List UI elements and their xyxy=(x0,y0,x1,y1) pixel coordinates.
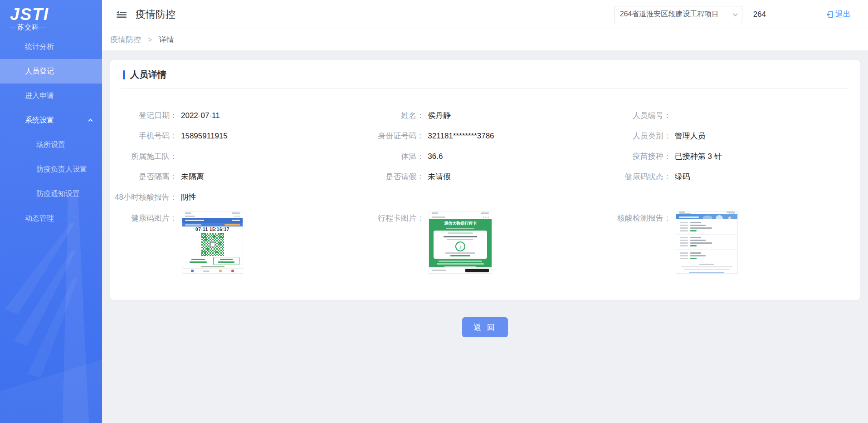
qr-code xyxy=(201,233,224,256)
card-header: 人员详情 xyxy=(110,60,860,88)
logout-button[interactable]: 退出 xyxy=(826,9,851,20)
field-vaccination: 疫苗接种： 已接种第 3 针 xyxy=(604,146,851,167)
sidebar-item-epidemic-notice-settings[interactable]: 防疫通知设置 xyxy=(0,182,102,206)
project-select[interactable]: 264省道淮安区段建设工程项目 xyxy=(614,6,742,23)
field-phone: 手机号码： 15895911915 xyxy=(110,126,357,146)
field-value: 绿码 xyxy=(675,172,690,182)
field-name: 姓名： 侯丹静 xyxy=(357,105,604,126)
sidebar-item-dynamic-management[interactable]: 动态管理 xyxy=(0,206,102,231)
travel-card-panel: ↑ xyxy=(434,231,487,259)
back-button[interactable]: 返 回 xyxy=(462,317,508,337)
sidebar-item-system-settings[interactable]: 系统设置 xyxy=(0,108,102,133)
sidebar-item-label: 进入申请 xyxy=(25,92,54,99)
travel-card-bottom-bar xyxy=(429,267,492,273)
brand-logo: JSTI —苏交科— xyxy=(0,0,102,32)
field-label: 姓名： xyxy=(357,110,424,121)
phone-nav-bar xyxy=(429,215,492,219)
logout-icon xyxy=(826,10,834,19)
report-section xyxy=(676,219,737,234)
brand-logo-subtitle: —苏交科— xyxy=(10,23,102,32)
field-construction-team: 所属施工队： xyxy=(110,146,357,167)
field-value: 36.6 xyxy=(428,152,443,161)
report-section xyxy=(676,250,737,262)
report-footnote xyxy=(676,262,737,273)
report-section xyxy=(676,234,737,249)
card-title: 人员详情 xyxy=(130,69,166,81)
travel-card-subtitle xyxy=(446,228,474,229)
nucleic-report-image[interactable] xyxy=(676,211,738,274)
sidebar-item-label: 系统设置 xyxy=(25,116,54,124)
field-label: 健康码图片： xyxy=(110,211,177,223)
phone-status-bar xyxy=(429,212,492,215)
sidebar-item-epidemic-manager-settings[interactable]: 防疫负责人设置 xyxy=(0,157,102,182)
field-label: 行程卡图片： xyxy=(357,211,424,223)
sidebar-item-label: 统计分析 xyxy=(25,43,54,50)
field-label: 手机号码： xyxy=(110,131,177,141)
health-code-subheader xyxy=(182,223,243,226)
sidebar-item-label: 防疫负责人设置 xyxy=(36,165,87,173)
title-accent-bar xyxy=(123,70,125,79)
field-value: 侯丹静 xyxy=(428,110,451,121)
travel-card-footer-text xyxy=(437,261,484,267)
field-person-type: 人员类别： 管理人员 xyxy=(604,126,851,146)
sidebar-item-person-register[interactable]: 人员登记 xyxy=(0,59,102,84)
breadcrumb-current: 详情 xyxy=(159,35,174,44)
logout-label: 退出 xyxy=(835,9,851,20)
brand-logo-text: JSTI xyxy=(10,6,102,23)
report-banner xyxy=(676,214,737,219)
field-label: 是否隔离： xyxy=(110,172,177,182)
sidebar-item-label: 场所设置 xyxy=(36,141,65,148)
footer-actions: 返 回 xyxy=(110,317,860,337)
field-health-code-status: 健康码状态： 绿码 xyxy=(604,167,851,187)
topbar-right: 264省道淮安区段建设工程项目 264 退出 xyxy=(614,6,851,23)
travel-card-image[interactable]: 通信大数据行程卡 ↑ xyxy=(429,211,492,274)
menu-fold-icon[interactable] xyxy=(116,9,127,20)
travel-card-title: 通信大数据行程卡 xyxy=(444,221,477,226)
field-id-card: 身份证号码： 321181********3786 xyxy=(357,126,604,146)
breadcrumb: 疫情防控 > 详情 xyxy=(102,29,868,50)
person-detail-card: 人员详情 登记日期： 2022-07-11 姓名： 侯丹静 人员编号： xyxy=(110,60,860,300)
sidebar-item-statistics[interactable]: 统计分析 xyxy=(0,34,102,59)
field-value: 2022-07-11 xyxy=(181,111,220,120)
chevron-up-icon xyxy=(88,119,93,123)
field-person-number: 人员编号： xyxy=(604,105,851,126)
field-label: 所属施工队： xyxy=(110,151,177,162)
field-value: 管理人员 xyxy=(675,131,706,141)
field-value: 未请假 xyxy=(428,172,451,182)
field-label: 疫苗接种： xyxy=(604,151,671,162)
field-nat-report-image: 核酸检测报告： xyxy=(604,211,851,274)
health-code-header xyxy=(182,218,243,223)
breadcrumb-root[interactable]: 疫情防控 xyxy=(110,35,141,44)
field-label: 48小时核酸报告： xyxy=(110,192,177,202)
field-label: 人员类别： xyxy=(604,131,671,141)
health-code-image[interactable]: 07-11 15:16:17 xyxy=(182,211,243,274)
health-code-icon-row xyxy=(182,268,243,273)
content-area: 人员详情 登记日期： 2022-07-11 姓名： 侯丹静 人员编号： xyxy=(102,50,868,423)
health-code-footer-link xyxy=(182,265,243,268)
field-register-date: 登记日期： 2022-07-11 xyxy=(110,105,357,126)
field-value: 321181********3786 xyxy=(428,132,494,141)
topbar: 疫情防控 264省道淮安区段建设工程项目 264 退出 xyxy=(102,0,868,29)
field-value: 阴性 xyxy=(181,192,196,202)
project-code: 264 xyxy=(753,10,766,19)
field-value: 未隔离 xyxy=(181,172,204,182)
travel-card-body: 通信大数据行程卡 ↑ xyxy=(429,219,492,267)
field-label: 登记日期： xyxy=(110,110,177,121)
health-code-status-boxes xyxy=(182,257,243,265)
detail-fields-grid: 登记日期： 2022-07-11 姓名： 侯丹静 人员编号： 手机号码： 1 xyxy=(110,89,860,300)
app-root: JSTI —苏交科— 统计分析 人员登记 进入申请 系统设置 场所设置 防疫负责… xyxy=(0,0,868,423)
page-title: 疫情防控 xyxy=(136,8,176,21)
chevron-down-icon xyxy=(732,11,737,16)
field-label: 是否请假： xyxy=(357,172,424,182)
field-travel-card-image: 行程卡图片： 通信大数据行程卡 xyxy=(357,211,604,274)
project-select-value: 264省道淮安区段建设工程项目 xyxy=(620,10,729,19)
sidebar: JSTI —苏交科— 统计分析 人员登记 进入申请 系统设置 场所设置 防疫负责… xyxy=(0,0,102,423)
breadcrumb-separator: > xyxy=(148,35,152,44)
sidebar-item-entry-apply[interactable]: 进入申请 xyxy=(0,84,102,108)
sidebar-item-label: 动态管理 xyxy=(25,214,54,222)
field-label: 核酸检测报告： xyxy=(604,211,671,223)
field-value: 已接种第 3 针 xyxy=(675,151,722,162)
sidebar-item-label: 人员登记 xyxy=(25,67,54,75)
field-empty xyxy=(357,187,604,207)
sidebar-item-site-settings[interactable]: 场所设置 xyxy=(0,133,102,157)
